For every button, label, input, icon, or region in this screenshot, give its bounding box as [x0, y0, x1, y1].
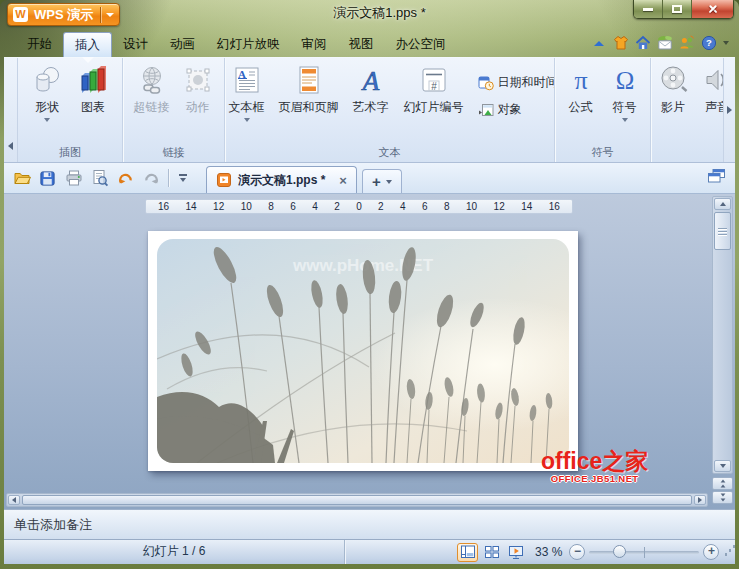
wps-presentation-window: W WPS 演示 演示文稿1.pps * 开始 插入 设计 动画 幻灯片放映 审… [0, 0, 739, 569]
zoom-slider-track[interactable] [589, 551, 699, 554]
tab-slideshow[interactable]: 幻灯片放映 [206, 32, 291, 57]
zoom-control: − + [569, 544, 719, 560]
ruler-mark: 10 [241, 201, 252, 212]
scroll-left-button[interactable] [8, 495, 20, 505]
scroll-down-button[interactable] [714, 460, 731, 472]
svg-text:π: π [574, 66, 587, 95]
sound-button[interactable]: 声音 [695, 62, 723, 142]
chevron-left-icon [8, 142, 13, 150]
textbox-icon: A [231, 64, 263, 96]
slideshow-view-button[interactable] [505, 543, 526, 562]
slide-photo-object[interactable]: www.pHome.NET [157, 239, 569, 463]
wps-app-menu-button[interactable]: W WPS 演示 [7, 3, 120, 26]
vertical-scrollbar[interactable] [712, 196, 733, 474]
chevron-down-icon[interactable] [386, 180, 392, 184]
ruler-mark: 2 [334, 201, 340, 212]
zoom-out-button[interactable]: − [569, 544, 585, 560]
slide-number-button[interactable]: # 幻灯片编号 [396, 62, 472, 142]
ruler-mark: 4 [312, 201, 318, 212]
wordart-button[interactable]: A 艺术字 [346, 62, 396, 142]
save-button[interactable] [38, 169, 57, 188]
new-tab-button[interactable]: + [362, 169, 402, 193]
undo-button[interactable] [116, 169, 135, 188]
group-body: 形状 图表 [18, 58, 122, 144]
help-button[interactable]: ? [701, 35, 717, 51]
ribbon-groups: 形状 图表 插图 [18, 58, 723, 162]
arrow-up-icon [720, 202, 726, 206]
scroll-right-button[interactable] [694, 495, 706, 505]
header-footer-button[interactable]: 页眉和页脚 [272, 62, 346, 142]
minimize-button[interactable] [634, 0, 663, 18]
symbol-icon: Ω [609, 64, 641, 96]
shapes-button[interactable]: 形状 [24, 62, 70, 142]
arrow-down-icon [720, 464, 726, 468]
maximize-button[interactable] [663, 0, 692, 18]
zoom-in-button[interactable]: + [703, 544, 719, 560]
mail-button[interactable] [657, 35, 673, 51]
arrange-windows-button[interactable] [707, 168, 726, 188]
chevron-down-icon [180, 178, 186, 182]
chart-icon [77, 64, 109, 96]
movie-button[interactable]: 影片 [651, 62, 695, 142]
skin-button[interactable] [613, 35, 629, 51]
close-button[interactable] [692, 0, 733, 18]
ribbon-group-symbols: π 公式 Ω 符号 符号 [554, 58, 650, 162]
zoom-tick [644, 547, 645, 558]
button-label: 页眉和页脚 [279, 100, 339, 114]
ruler-mark: 16 [158, 201, 169, 212]
collapse-ribbon-button[interactable] [591, 35, 607, 51]
tab-review[interactable]: 审阅 [291, 32, 338, 57]
ruler-mark: 10 [466, 201, 477, 212]
tab-design[interactable]: 设计 [112, 32, 159, 57]
document-tab[interactable]: 演示文稿1.pps * × [206, 166, 357, 193]
title-bar: W WPS 演示 演示文稿1.pps * [0, 0, 739, 28]
formula-button[interactable]: π 公式 [559, 62, 603, 142]
print-button[interactable] [64, 169, 83, 188]
tab-animation[interactable]: 动画 [159, 32, 206, 57]
next-slide-button[interactable] [712, 491, 733, 504]
group-body: 超链接 动作 [123, 58, 224, 144]
horizontal-scrollbar[interactable] [6, 493, 708, 507]
home-button[interactable] [635, 35, 651, 51]
scroll-up-button[interactable] [714, 198, 731, 210]
ribbon-scroll-right[interactable] [723, 58, 735, 162]
object-button[interactable]: 对象 [478, 101, 555, 118]
zoom-slider-thumb[interactable] [613, 545, 626, 558]
chart-button[interactable]: 图表 [70, 62, 116, 142]
community-button[interactable] [679, 35, 695, 51]
horizontal-scrollbar-thumb[interactable] [22, 495, 692, 505]
tab-view[interactable]: 视图 [338, 32, 385, 57]
ruler-mark: 12 [213, 201, 224, 212]
tab-insert[interactable]: 插入 [63, 32, 112, 57]
open-button[interactable] [12, 169, 31, 188]
slide-canvas[interactable]: www.pHome.NET [148, 231, 578, 471]
chevron-down-icon[interactable] [723, 41, 729, 45]
tab-home[interactable]: 开始 [16, 32, 63, 57]
button-label: 形状 [35, 100, 59, 114]
notes-pane[interactable]: 单击添加备注 [4, 509, 735, 539]
ribbon-scroll-left[interactable] [4, 58, 18, 162]
slide-sorter-view-button[interactable] [481, 543, 502, 562]
date-time-button[interactable]: 日期和时间 [478, 74, 555, 91]
arrow-right-icon [698, 497, 702, 503]
close-document-button[interactable]: × [339, 174, 347, 187]
wps-logo-icon: W [13, 7, 28, 22]
hyperlink-button[interactable]: 超链接 [128, 62, 176, 142]
vertical-scrollbar-thumb[interactable] [714, 212, 731, 250]
tab-office-space[interactable]: 办公空间 [385, 32, 457, 57]
symbol-button[interactable]: Ω 符号 [603, 62, 647, 142]
window-title: 演示文稿1.pps * [130, 0, 629, 26]
redo-button[interactable] [142, 169, 161, 188]
action-button[interactable]: 动作 [176, 62, 220, 142]
textbox-button[interactable]: A 文本框 [225, 62, 272, 142]
chevron-down-icon[interactable] [106, 13, 114, 17]
shapes-icon [31, 64, 63, 96]
normal-view-button[interactable] [457, 543, 478, 562]
previous-slide-button[interactable] [712, 477, 733, 490]
ribbon-group-media: 影片 声音 [650, 58, 723, 162]
resize-grip[interactable] [725, 545, 735, 559]
print-preview-button[interactable] [90, 169, 109, 188]
customize-toolbar-button[interactable] [176, 174, 190, 182]
quick-access-toolbar-row: 演示文稿1.pps * × + [4, 163, 735, 194]
plus-icon: + [372, 173, 381, 190]
